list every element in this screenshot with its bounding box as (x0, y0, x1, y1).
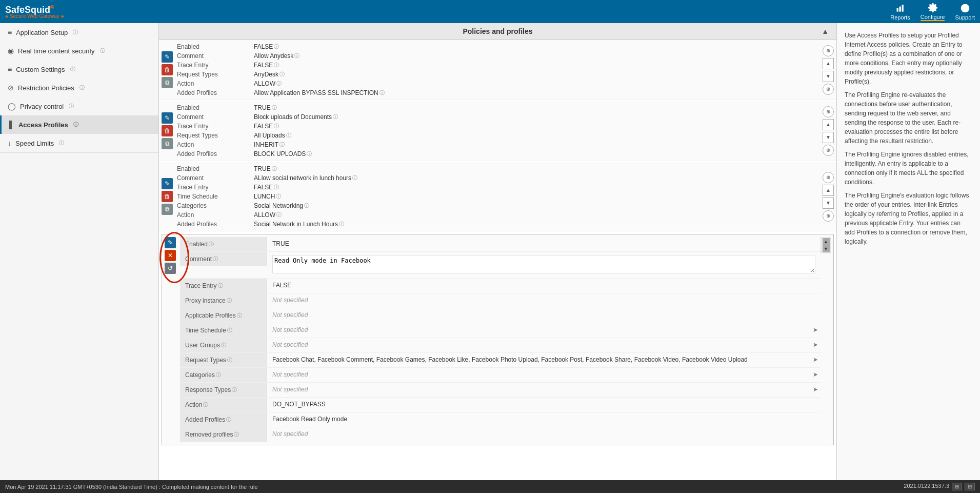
access-profiles-info-icon[interactable]: ⓘ (73, 121, 78, 128)
custom-info-icon[interactable]: ⓘ (70, 66, 75, 73)
main-panel: Policies and profiles ▲ ✎ 🗑 ⧉ Enabled FA… (159, 23, 836, 493)
entry-2-settings-btn[interactable]: ⊕ (823, 145, 834, 156)
entry-1-enabled-info[interactable]: ⓘ (274, 43, 279, 50)
status-bar: Mon Apr 19 2021 11:17:31 GMT+0530 (India… (0, 480, 980, 493)
logo-area: SafeSquid® ● Secure Web Gateway ● (5, 5, 64, 19)
exp-comment-textarea[interactable] (272, 255, 815, 273)
exp-removedprofiles-row: Removed profiles ⓘ Not specified (180, 427, 821, 442)
restriction-info-icon[interactable]: ⓘ (79, 84, 85, 91)
entry-1-add-btn[interactable]: ⊕ (823, 45, 834, 56)
app-setup-info-icon[interactable]: ⓘ (73, 29, 78, 36)
entry-3-action-info[interactable]: ⓘ (276, 211, 282, 219)
entry-1-edit-btn[interactable]: ✎ (162, 51, 173, 63)
sidebar-item-restriction[interactable]: ⊘ Restriction Policies ⓘ (0, 78, 158, 97)
privacy-info-icon[interactable]: ⓘ (69, 103, 74, 110)
status-btn-2[interactable]: ⊟ (965, 483, 975, 490)
entry-2-reqtypes-info[interactable]: ⓘ (286, 132, 291, 139)
entry-2-addedprofiles-info[interactable]: ⓘ (307, 150, 312, 157)
exp-reqtypes-nav[interactable]: ➤ (813, 356, 818, 363)
entry-3-edit-btn[interactable]: ✎ (162, 178, 173, 189)
entry-3-addedprofiles-info[interactable]: ⓘ (339, 221, 344, 228)
exp-trace-label: Trace Entry ⓘ (180, 279, 267, 293)
entry-3-delete-btn[interactable]: 🗑 (162, 191, 173, 202)
scroll-top-btn[interactable]: ▲ (822, 27, 829, 35)
entry-2-add-btn[interactable]: ⊕ (823, 106, 834, 117)
sidebar-item-realtime[interactable]: ◉ Real time content security ⓘ (0, 42, 158, 60)
reports-label: Reports (890, 14, 910, 21)
configure-nav-btn[interactable]: Configure (921, 3, 945, 21)
entry-1-reqtypes-info[interactable]: ⓘ (279, 71, 285, 78)
exp-proxy-info[interactable]: ⓘ (227, 297, 232, 304)
sidebar-item-access-profiles[interactable]: ▌ Access Profiles ⓘ (0, 115, 158, 134)
realtime-info-icon[interactable]: ⓘ (100, 47, 105, 54)
entry-3-settings-btn[interactable]: ⊕ (823, 210, 834, 222)
support-nav-btn[interactable]: Support (955, 3, 975, 21)
entry-3-timeschedule-label: Time Schedule (177, 193, 254, 200)
sidebar-item-speed-limits[interactable]: ↓ Speed Limits ⓘ (0, 134, 158, 152)
exp-categories-nav[interactable]: ➤ (813, 371, 818, 378)
exp-usergroups-value: Not specified ➤ (267, 338, 821, 351)
entry-2-edit-btn[interactable]: ✎ (162, 112, 173, 124)
entry-3-timeschedule-info[interactable]: ⓘ (276, 193, 281, 200)
exp-scroll-up[interactable]: ▲ (823, 238, 830, 245)
entry-1-down-btn[interactable]: ▼ (823, 71, 834, 82)
entry-3-categories-info[interactable]: ⓘ (304, 202, 309, 209)
entry-3-add-btn[interactable]: ⊕ (823, 172, 834, 183)
reports-nav-btn[interactable]: Reports (890, 3, 910, 21)
entry-3-enabled-info[interactable]: ⓘ (272, 165, 277, 172)
access-profiles-icon: ▌ (9, 121, 14, 129)
sidebar-item-app-setup[interactable]: ≡ Application Setup ⓘ (0, 23, 158, 42)
exp-resptypes-info[interactable]: ⓘ (232, 386, 237, 393)
entry-1-comment-info[interactable]: ⓘ (294, 52, 299, 60)
expanded-undo-btn[interactable]: ↺ (165, 263, 176, 274)
entry-3-addedprofiles-label: Added Profiles (177, 221, 254, 228)
exp-categories-info[interactable]: ⓘ (216, 371, 221, 379)
sidebar-item-custom[interactable]: ≡ Custom Settings ⓘ (0, 60, 158, 78)
entry-1-addedprofiles-info[interactable]: ⓘ (379, 89, 385, 96)
expanded-edit-btn[interactable]: ✎ (165, 237, 176, 248)
exp-action-info[interactable]: ⓘ (203, 401, 208, 408)
entry-1-copy-btn[interactable]: ⧉ (162, 77, 173, 88)
exp-resptypes-nav[interactable]: ➤ (813, 386, 818, 393)
entry-3-comment-info[interactable]: ⓘ (352, 174, 357, 182)
entry-2-delete-btn[interactable]: 🗑 (162, 125, 173, 136)
exp-resptypes-row: Response Types ⓘ Not specified ➤ (180, 383, 821, 398)
status-btn-1[interactable]: ⊞ (952, 483, 962, 490)
entry-3-down-btn[interactable]: ▼ (823, 198, 834, 209)
entry-2-trace-info[interactable]: ⓘ (274, 123, 279, 130)
exp-enabled-info[interactable]: ⓘ (209, 241, 214, 248)
entry-1-delete-btn[interactable]: 🗑 (162, 64, 173, 75)
entry-2-action-label: Action (177, 141, 254, 148)
exp-comment-info[interactable]: ⓘ (213, 255, 218, 263)
entry-3-up-btn[interactable]: ▲ (823, 185, 834, 196)
entry-3-copy-btn[interactable]: ⧉ (162, 204, 173, 215)
entry-2-up-btn[interactable]: ▲ (823, 119, 834, 130)
entry-1-action-info[interactable]: ⓘ (276, 80, 282, 87)
exp-usergroups-info[interactable]: ⓘ (221, 342, 226, 349)
exp-addedprofiles-info[interactable]: ⓘ (226, 416, 231, 423)
entry-2-comment-info[interactable]: ⓘ (333, 113, 338, 121)
expanded-delete-btn[interactable]: ✕ (165, 250, 176, 261)
exp-removedprofiles-info[interactable]: ⓘ (234, 431, 239, 438)
entry-2-copy-btn[interactable]: ⧉ (162, 138, 173, 149)
exp-timeschedule-info[interactable]: ⓘ (227, 327, 232, 334)
exp-comment-value[interactable] (267, 252, 821, 278)
entry-2-down-btn[interactable]: ▼ (823, 132, 834, 143)
entry-1-settings-btn[interactable]: ⊕ (823, 84, 834, 95)
exp-usergroups-row: User Groups ⓘ Not specified ➤ (180, 338, 821, 353)
exp-usergroups-nav[interactable]: ➤ (813, 341, 818, 348)
speed-limits-info-icon[interactable]: ⓘ (59, 140, 64, 147)
entry-2-action-info[interactable]: ⓘ (279, 141, 285, 148)
exp-proxy-value: Not specified (267, 293, 821, 307)
exp-trace-info[interactable]: ⓘ (218, 282, 223, 289)
entry-3-trace-info[interactable]: ⓘ (274, 184, 279, 191)
entry-1-trace-info[interactable]: ⓘ (274, 62, 279, 69)
svg-rect-0 (896, 8, 898, 12)
exp-timeschedule-nav[interactable]: ➤ (813, 326, 818, 333)
entry-2-enabled-info[interactable]: ⓘ (272, 104, 277, 111)
exp-scroll-down[interactable]: ▼ (823, 245, 830, 252)
exp-reqtypes-info[interactable]: ⓘ (227, 357, 232, 364)
sidebar-item-privacy[interactable]: ◯ Privacy control ⓘ (0, 97, 158, 115)
exp-appprofiles-info[interactable]: ⓘ (237, 312, 242, 319)
entry-1-up-btn[interactable]: ▲ (823, 58, 834, 69)
